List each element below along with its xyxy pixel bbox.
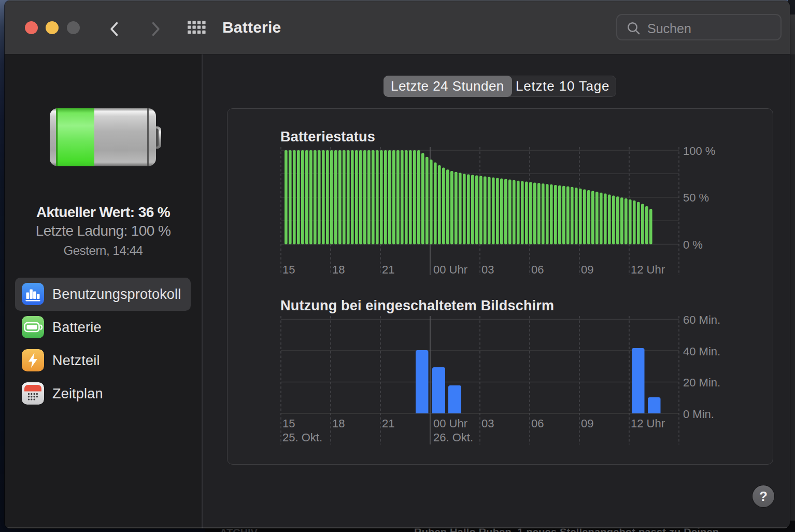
svg-text:12 Uhr: 12 Uhr bbox=[631, 417, 665, 430]
svg-text:18: 18 bbox=[332, 263, 345, 276]
svg-text:15: 15 bbox=[282, 263, 295, 276]
svg-text:15: 15 bbox=[282, 417, 295, 430]
svg-text:03: 03 bbox=[481, 263, 494, 276]
svg-text:03: 03 bbox=[481, 417, 494, 430]
svg-text:60 Min.: 60 Min. bbox=[683, 313, 720, 326]
svg-text:100 %: 100 % bbox=[683, 145, 715, 157]
svg-text:21: 21 bbox=[382, 417, 394, 430]
svg-text:06: 06 bbox=[531, 417, 544, 430]
svg-text:20 Min.: 20 Min. bbox=[683, 376, 720, 389]
svg-text:26. Okt.: 26. Okt. bbox=[433, 431, 473, 444]
svg-text:00 Uhr: 00 Uhr bbox=[433, 417, 467, 430]
svg-text:21: 21 bbox=[382, 263, 394, 276]
svg-text:25. Okt.: 25. Okt. bbox=[282, 431, 322, 444]
svg-text:00 Uhr: 00 Uhr bbox=[433, 263, 467, 276]
svg-text:40 Min.: 40 Min. bbox=[683, 345, 720, 358]
svg-text:06: 06 bbox=[531, 263, 544, 276]
svg-text:12 Uhr: 12 Uhr bbox=[631, 263, 665, 276]
svg-text:0 Min.: 0 Min. bbox=[683, 408, 714, 421]
svg-text:50 %: 50 % bbox=[683, 191, 709, 204]
svg-text:09: 09 bbox=[581, 417, 593, 430]
svg-text:09: 09 bbox=[581, 263, 593, 276]
svg-text:0 %: 0 % bbox=[683, 238, 703, 251]
svg-text:18: 18 bbox=[332, 417, 345, 430]
